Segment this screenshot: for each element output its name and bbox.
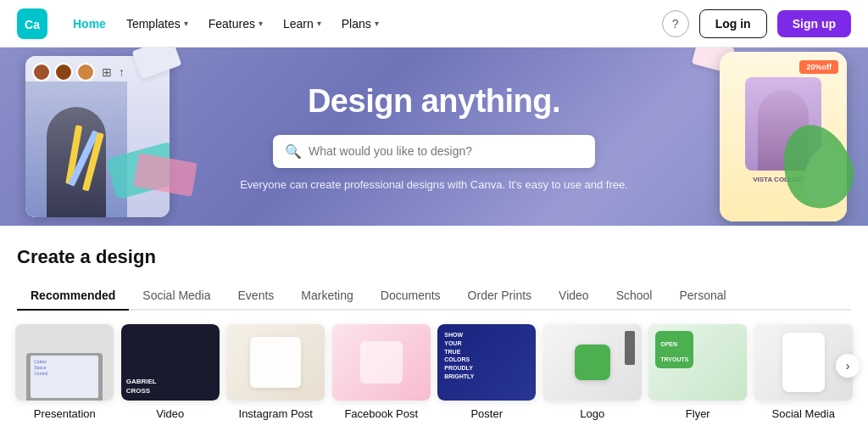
card-thumb-logo <box>543 324 642 401</box>
card-thumb-instagram-post <box>226 324 325 401</box>
tab-marketing[interactable]: Marketing <box>287 282 366 311</box>
tab-social-media[interactable]: Social Media <box>129 282 224 311</box>
search-icon: 🔍 <box>285 143 302 160</box>
next-button[interactable]: › <box>836 354 860 378</box>
signup-button[interactable]: Sign up <box>777 10 851 37</box>
card-label-video: Video <box>156 407 184 420</box>
card-item-presentation[interactable]: CottonSpaceControlPresentation <box>17 324 113 420</box>
card-item-flyer[interactable]: OPENTRYOUTSFlyer <box>650 324 746 420</box>
canva-logo[interactable]: Ca <box>17 8 47 39</box>
design-cards: CottonSpaceControlPresentationGABRIELCRO… <box>17 324 851 420</box>
hero-right-decoration: 20%off VISTA COLLECTI... <box>682 48 851 226</box>
hero-section: ⊞ ↑ Design anythi <box>0 48 868 226</box>
hero-content: Design anything. 🔍 Everyone can create p… <box>240 83 628 191</box>
hero-phone-left: ⊞ ↑ <box>25 56 170 217</box>
nav-features[interactable]: Features ▾ <box>200 12 271 36</box>
card-thumb-poster: SHOWYOURTRUECOLORSPROUDLYBRIGHTLY <box>437 324 536 401</box>
tab-order-prints[interactable]: Order Prints <box>454 282 545 311</box>
tab-video[interactable]: Video <box>545 282 603 311</box>
category-tabs: RecommendedSocial MediaEventsMarketingDo… <box>17 282 851 311</box>
card-thumb-facebook-post <box>332 324 431 401</box>
tab-events[interactable]: Events <box>225 282 288 311</box>
nav-plans[interactable]: Plans ▾ <box>333 12 387 36</box>
avatar-3 <box>76 63 95 81</box>
card-thumb-presentation: CottonSpaceControl <box>15 324 114 401</box>
tab-documents[interactable]: Documents <box>367 282 454 311</box>
learn-chevron-icon: ▾ <box>317 19 321 28</box>
card-label-logo: Logo <box>580 407 604 420</box>
card-label-facebook-post: Facebook Post <box>344 407 418 420</box>
card-thumb-video: GABRIELCROSS <box>121 324 220 401</box>
tab-personal[interactable]: Personal <box>665 282 739 311</box>
card-thumb-flyer: OPENTRYOUTS <box>648 324 747 401</box>
card-item-social-media[interactable]: Social Media <box>756 324 852 420</box>
card-label-flyer: Flyer <box>686 407 710 420</box>
card-item-facebook-post[interactable]: Facebook Post <box>334 324 430 420</box>
create-section: Create a design RecommendedSocial MediaE… <box>0 226 868 426</box>
help-button[interactable]: ? <box>662 10 689 37</box>
card-item-poster[interactable]: SHOWYOURTRUECOLORSPROUDLYBRIGHTLYPoster <box>439 324 535 420</box>
card-label-social-media: Social Media <box>772 407 835 420</box>
tab-recommended[interactable]: Recommended <box>17 282 129 311</box>
login-button[interactable]: Log in <box>699 9 767 38</box>
nav-home[interactable]: Home <box>64 12 114 36</box>
nav-right: ? Log in Sign up <box>662 9 851 38</box>
card-item-logo[interactable]: Logo <box>545 324 641 420</box>
hero-title: Design anything. <box>240 83 628 120</box>
templates-chevron-icon: ▾ <box>184 19 188 28</box>
nav-links: Home Templates ▾ Features ▾ Learn ▾ Plan… <box>64 12 662 36</box>
card-label-poster: Poster <box>470 407 503 420</box>
card-label-presentation: Presentation <box>34 407 96 420</box>
nav-learn[interactable]: Learn ▾ <box>275 12 330 36</box>
card-item-instagram-post[interactable]: Instagram Post <box>228 324 324 420</box>
svg-text:Ca: Ca <box>25 17 40 31</box>
tab-school[interactable]: School <box>603 282 666 311</box>
avatar-2 <box>54 63 73 81</box>
hero-badge: 20%off <box>799 60 838 74</box>
hero-subtitle: Everyone can create professional designs… <box>240 178 628 191</box>
features-chevron-icon: ▾ <box>259 19 263 28</box>
plans-chevron-icon: ▾ <box>375 19 379 28</box>
search-input[interactable] <box>309 144 583 158</box>
navbar: Ca Home Templates ▾ Features ▾ Learn ▾ P… <box>0 0 868 48</box>
hero-search-bar[interactable]: 🔍 <box>273 135 595 168</box>
create-title: Create a design <box>17 246 851 268</box>
card-label-instagram-post: Instagram Post <box>239 407 313 420</box>
card-item-video[interactable]: GABRIELCROSSVideo <box>123 324 219 420</box>
nav-templates[interactable]: Templates ▾ <box>118 12 197 36</box>
avatar-1 <box>32 63 51 81</box>
